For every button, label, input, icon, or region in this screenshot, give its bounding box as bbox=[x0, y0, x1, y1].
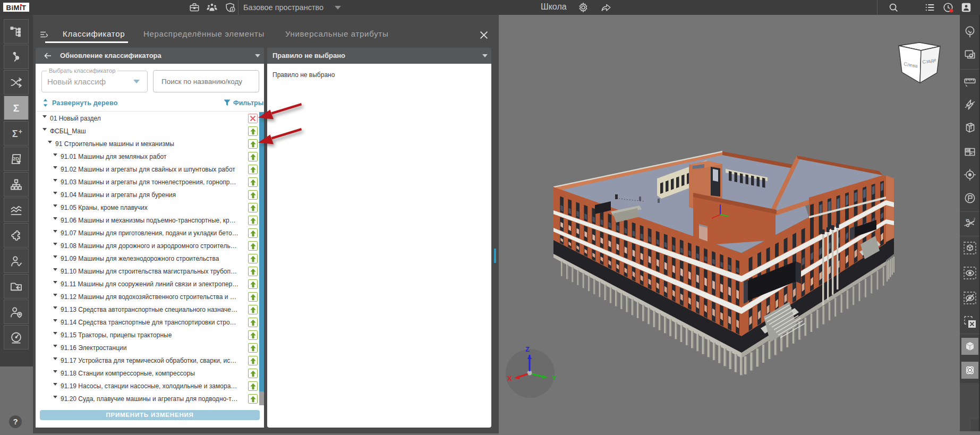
svg-text:Z: Z bbox=[525, 345, 530, 353]
svg-text:2D: 2D bbox=[13, 156, 19, 161]
svg-text:Y: Y bbox=[552, 374, 557, 382]
svg-text:Σ: Σ bbox=[12, 128, 18, 139]
svg-text:2: 2 bbox=[974, 217, 975, 220]
svg-text:Σ: Σ bbox=[13, 102, 19, 113]
svg-text:+: + bbox=[19, 127, 22, 135]
svg-text:X: X bbox=[507, 374, 512, 382]
svg-text:1: 1 bbox=[966, 218, 967, 221]
